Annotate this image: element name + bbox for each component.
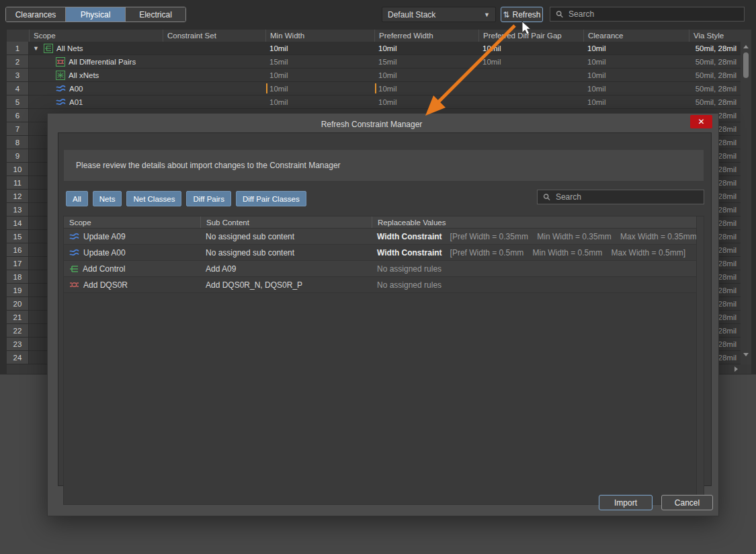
row-number-cell[interactable]: 5 xyxy=(7,95,29,108)
row-number-cell[interactable]: 14 xyxy=(7,216,29,229)
tab-electrical[interactable]: Electrical xyxy=(126,7,185,22)
tree-expand-icon[interactable]: ▼ xyxy=(33,45,40,52)
column-header[interactable]: Sub Content xyxy=(200,216,372,228)
column-header[interactable]: Via Style xyxy=(689,30,741,42)
table-row[interactable]: 5A0110mil10mil10mil50mil, 28mil xyxy=(7,95,741,109)
change-scope-label: Add DQS0R xyxy=(83,280,128,290)
constraint-type-label: Width Constraint xyxy=(377,248,442,258)
row-number-cell[interactable]: 19 xyxy=(7,284,29,296)
table-row[interactable]: 4A0010mil10mil10mil50mil, 28mil xyxy=(7,82,741,95)
replaceable-values-cell: Width Constraint[Pref Width = 0.35mm Min… xyxy=(372,229,698,244)
constraint-type-label: Width Constraint xyxy=(377,232,442,241)
net-icon xyxy=(69,233,79,241)
chevron-down-icon: ▼ xyxy=(484,11,490,18)
row-number-cell[interactable]: 1 xyxy=(7,42,29,54)
scroll-right-icon[interactable] xyxy=(734,366,738,372)
row-number-cell[interactable]: 9 xyxy=(7,149,29,162)
constraint-detail: [Pref Width = 0.35mm Min Width = 0.35mm … xyxy=(450,232,698,241)
dialog-search-input[interactable] xyxy=(556,192,698,202)
scope-cell: ▼All Nets xyxy=(29,42,163,54)
row-number-cell[interactable]: 6 xyxy=(7,109,29,122)
filter-button-diff-pair-classes[interactable]: Diff Pair Classes xyxy=(236,191,306,206)
view-tab-group: Clearances Physical Electrical xyxy=(5,7,186,22)
via-style-cell: 50mil, 28mil xyxy=(689,42,741,54)
column-header[interactable]: Constraint Set xyxy=(163,30,265,42)
scope-cell: All Differential Pairs xyxy=(29,55,163,68)
replaceable-values-cell: Width Constraint[Pref Width = 0.5mm Min … xyxy=(372,245,698,260)
row-number-cell[interactable]: 4 xyxy=(7,82,29,95)
column-header[interactable]: Preferred Diff Pair Gap xyxy=(478,30,583,42)
magnifier-icon xyxy=(543,193,551,202)
tab-clearances[interactable]: Clearances xyxy=(6,7,66,22)
magnifier-icon xyxy=(556,10,564,19)
clearance-cell: 10mil xyxy=(583,95,689,108)
change-row[interactable]: Add ControlAdd A09No assigned rules xyxy=(64,261,704,277)
refresh-button-label: Refresh xyxy=(513,10,541,19)
sub-content-cell: No assigned sub content xyxy=(200,245,372,260)
row-number-cell[interactable]: 16 xyxy=(7,243,29,256)
scope-label: All Differential Pairs xyxy=(69,58,136,66)
row-number-cell[interactable]: 17 xyxy=(7,257,29,270)
sub-content-cell: Add DQS0R_N, DQS0R_P xyxy=(200,277,372,292)
row-number-cell[interactable]: 11 xyxy=(7,176,29,189)
row-number-header[interactable] xyxy=(7,30,29,42)
column-header[interactable]: Replaceable Values xyxy=(372,216,698,228)
row-number-cell[interactable]: 3 xyxy=(7,69,29,81)
vertical-scrollbar[interactable] xyxy=(741,30,751,364)
changes-table-scrollbar-track[interactable] xyxy=(696,216,704,504)
scroll-up-icon[interactable] xyxy=(743,45,749,48)
tab-physical[interactable]: Physical xyxy=(66,7,126,22)
row-number-cell[interactable]: 15 xyxy=(7,230,29,243)
filter-button-nets[interactable]: Nets xyxy=(93,191,122,206)
column-header[interactable]: Scope xyxy=(29,30,163,42)
refresh-button[interactable]: ⇅ Refresh xyxy=(501,7,543,22)
table-row[interactable]: 2All Differential Pairs15mil15mil10mil10… xyxy=(7,55,741,69)
toolbar-search-input[interactable] xyxy=(569,9,739,19)
vertical-scrollbar-thumb[interactable] xyxy=(743,52,749,78)
row-number-cell[interactable]: 8 xyxy=(7,136,29,149)
row-number-cell[interactable]: 7 xyxy=(7,122,29,135)
scope-label: All Nets xyxy=(56,44,83,52)
row-number-cell[interactable]: 18 xyxy=(7,270,29,283)
net-icon xyxy=(69,249,79,257)
column-header[interactable]: Clearance xyxy=(583,30,689,42)
column-header[interactable]: Preferred Width xyxy=(374,30,478,42)
row-number-cell[interactable]: 12 xyxy=(7,190,29,202)
scroll-down-icon[interactable] xyxy=(743,353,749,356)
min-width-cell: 10mil xyxy=(265,69,374,81)
via-style-cell: 50mil, 28mil xyxy=(689,69,741,81)
row-number-cell[interactable]: 13 xyxy=(7,203,29,216)
net-icon xyxy=(56,85,66,93)
min-width-cell: 15mil xyxy=(265,55,374,68)
filter-button-diff-pairs[interactable]: Diff Pairs xyxy=(186,191,230,206)
import-button[interactable]: Import xyxy=(599,495,653,510)
table-row[interactable]: 3All xNets10mil10mil10mil50mil, 28mil xyxy=(7,69,741,82)
filter-button-all[interactable]: All xyxy=(66,191,88,206)
scope-label: A01 xyxy=(69,98,83,106)
dialog-search[interactable] xyxy=(537,190,704,204)
row-number-cell[interactable]: 2 xyxy=(7,55,29,68)
dialog-close-button[interactable]: ✕ xyxy=(690,115,712,128)
row-number-cell[interactable]: 22 xyxy=(7,324,29,337)
sub-content-cell: Add A09 xyxy=(200,261,372,276)
preferred-width-cell: 10mil xyxy=(374,82,478,95)
modified-marker xyxy=(266,83,267,93)
preferred-width-cell: 10mil xyxy=(374,95,478,108)
change-row[interactable]: Add DQS0RAdd DQS0R_N, DQS0R_PNo assigned… xyxy=(64,277,704,293)
column-header[interactable]: Min Width xyxy=(265,30,374,42)
diff-pair-gap-cell xyxy=(478,95,583,108)
change-row[interactable]: Update A00No assigned sub contentWidth C… xyxy=(64,245,704,261)
row-number-cell[interactable]: 24 xyxy=(7,351,29,364)
row-number-cell[interactable]: 10 xyxy=(7,163,29,175)
filter-button-net-classes[interactable]: Net Classes xyxy=(126,191,181,206)
cancel-button[interactable]: Cancel xyxy=(661,495,713,510)
column-header[interactable]: Scope xyxy=(64,216,200,228)
change-row[interactable]: Update A09No assigned sub contentWidth C… xyxy=(64,229,704,245)
constraint-detail: No assigned rules xyxy=(377,264,442,274)
table-row[interactable]: 1▼All Nets10mil10mil10mil10mil50mil, 28m… xyxy=(7,42,741,55)
row-number-cell[interactable]: 23 xyxy=(7,338,29,350)
row-number-cell[interactable]: 21 xyxy=(7,311,29,323)
stack-selector-dropdown[interactable]: Default Stack ▼ xyxy=(382,7,496,22)
toolbar-search[interactable] xyxy=(550,7,745,22)
row-number-cell[interactable]: 20 xyxy=(7,297,29,310)
